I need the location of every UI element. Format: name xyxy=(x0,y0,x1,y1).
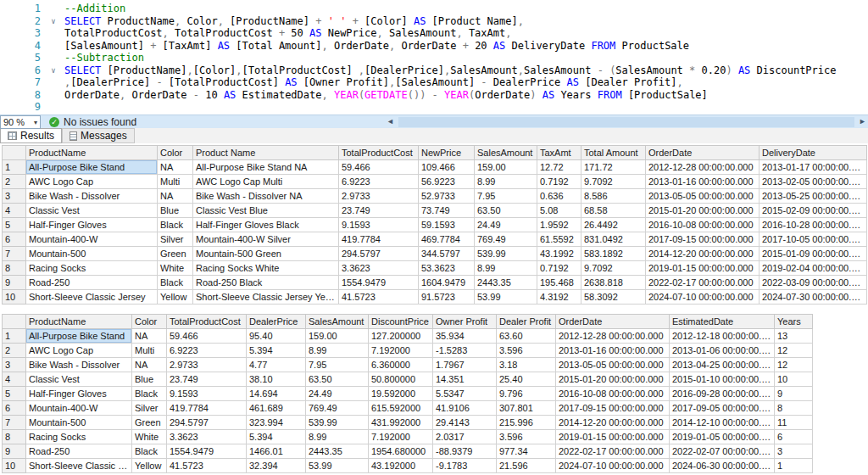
grid-cell[interactable]: 2013-01-16 00:00:00.000 xyxy=(556,344,670,358)
grid-cell[interactable]: 127.200000 xyxy=(369,329,433,344)
row-number[interactable]: 7 xyxy=(3,247,26,261)
grid-cell[interactable]: 2012-12-28 00:00:00.000 xyxy=(556,329,670,344)
grid-cell[interactable]: 7.95 xyxy=(306,358,369,372)
grid-cell[interactable]: 2013-05-05 00:00:00.000 xyxy=(646,189,760,204)
grid-cell[interactable]: 8.99 xyxy=(475,261,537,276)
column-header[interactable]: Product Name xyxy=(193,146,339,160)
grid-cell[interactable]: Racing Socks White xyxy=(193,261,339,276)
grid-cell[interactable]: 5.08 xyxy=(537,204,581,218)
grid-cell[interactable]: Yellow xyxy=(132,459,167,473)
grid-cell[interactable]: 14.351 xyxy=(433,372,497,387)
row-number[interactable]: 9 xyxy=(3,276,26,290)
grid-cell[interactable]: 3.3623 xyxy=(339,261,419,276)
grid-cell[interactable]: 2638.818 xyxy=(581,276,646,290)
fold-collapse-icon[interactable]: ∨ xyxy=(42,64,64,77)
grid-cell[interactable]: Classic Vest Blue xyxy=(193,204,339,218)
grid-cell[interactable]: 7.95 xyxy=(475,189,537,204)
grid-cell[interactable]: 3.18 xyxy=(497,358,556,372)
grid-cell[interactable]: 59.466 xyxy=(339,160,419,175)
grid-cell[interactable]: 59.466 xyxy=(167,329,247,344)
grid-cell[interactable]: 13 xyxy=(775,329,813,344)
grid-cell[interactable]: 2024-07-10 00:00:00.000 xyxy=(646,290,760,305)
grid-cell[interactable]: 1.9592 xyxy=(537,218,581,232)
grid-cell[interactable]: 9 xyxy=(775,387,813,401)
grid-cell[interactable]: 109.466 xyxy=(419,160,475,175)
row-number[interactable]: 2 xyxy=(3,175,26,189)
grid-cell[interactable]: 3.596 xyxy=(497,344,556,358)
grid-cell[interactable]: NA xyxy=(132,358,167,372)
grid-cell[interactable]: 195.468 xyxy=(537,276,581,290)
scrollbar-left-icon[interactable]: ◄ xyxy=(387,117,394,126)
grid-cell[interactable]: 12 xyxy=(775,344,813,358)
column-header[interactable]: Dealer Profit xyxy=(497,315,556,329)
grid-cell[interactable]: 2013-01-06 00:00:00.000 xyxy=(670,344,775,358)
grid-corner-cell[interactable] xyxy=(3,146,26,160)
grid-cell[interactable]: 38.10 xyxy=(247,372,306,387)
grid-cell[interactable]: 1604.9479 xyxy=(419,276,475,290)
grid-cell[interactable]: NA xyxy=(158,189,193,204)
grid-cell[interactable]: NA xyxy=(132,329,167,344)
grid-cell[interactable]: 159.00 xyxy=(306,329,369,344)
column-header[interactable]: DealerPrice xyxy=(247,315,306,329)
grid-cell[interactable]: 50.800000 xyxy=(369,372,433,387)
grid-cell[interactable]: Bike Wash - Dissolver NA xyxy=(193,189,339,204)
grid-cell[interactable]: 4.3192 xyxy=(537,290,581,305)
grid-cell[interactable]: 2022-03-09 00:00:00.000 xyxy=(760,276,867,290)
grid-cell[interactable]: All-Purpose Bike Stand xyxy=(26,329,132,344)
column-header[interactable]: EstimatedDate xyxy=(670,315,775,329)
grid-cell[interactable]: Short-Sleeve Classic Jersey xyxy=(26,459,132,473)
grid-cell[interactable]: NA xyxy=(158,160,193,175)
grid-cell[interactable]: Black xyxy=(158,218,193,232)
grid-cell[interactable]: Silver xyxy=(158,232,193,247)
grid-cell[interactable]: 2443.35 xyxy=(306,444,369,459)
grid-cell[interactable]: Blue xyxy=(132,372,167,387)
row-number[interactable]: 10 xyxy=(3,459,26,473)
grid-cell[interactable]: 2022-02-17 00:00:00.000 xyxy=(556,444,670,459)
grid-cell[interactable]: White xyxy=(132,430,167,444)
grid-cell[interactable]: Multi xyxy=(158,175,193,189)
grid-cell[interactable]: 2016-10-08 00:00:00.000 xyxy=(646,218,760,232)
grid-cell[interactable]: 12.72 xyxy=(537,160,581,175)
grid-cell[interactable]: 769.49 xyxy=(306,401,369,416)
tab-results[interactable]: Results xyxy=(0,128,62,143)
grid-cell[interactable]: 3.3623 xyxy=(167,430,247,444)
grid-cell[interactable]: 9.1593 xyxy=(167,387,247,401)
column-header[interactable]: Color xyxy=(158,146,193,160)
code-line[interactable]: 7,[DealerPrice] - [TotalProductCost] AS … xyxy=(0,76,868,89)
code-line[interactable]: 4[SalesAmount] + [TaxAmt] AS [Total Amou… xyxy=(0,40,868,53)
row-number[interactable]: 8 xyxy=(3,430,26,444)
grid-cell[interactable]: 2013-01-17 00:00:00.000 xyxy=(760,160,867,175)
grid-cell[interactable]: AWC Logo Cap xyxy=(26,344,132,358)
grid-cell[interactable]: 2013-05-05 00:00:00.000 xyxy=(556,358,670,372)
grid-cell[interactable]: 23.749 xyxy=(339,204,419,218)
grid-cell[interactable]: AWC Logo Cap Multi xyxy=(193,175,339,189)
zoom-dropdown[interactable]: 90 % ▾ xyxy=(0,115,41,129)
grid-cell[interactable]: 23.749 xyxy=(167,372,247,387)
row-number[interactable]: 3 xyxy=(3,358,26,372)
grid-cell[interactable]: Green xyxy=(132,416,167,430)
grid-cell[interactable]: 2016-10-28 00:00:00.000 xyxy=(760,218,867,232)
row-number[interactable]: 3 xyxy=(3,189,26,204)
grid-cell[interactable]: Half-Finger Gloves xyxy=(26,218,158,232)
grid-cell[interactable]: 3.596 xyxy=(497,430,556,444)
grid-cell[interactable]: 41.5723 xyxy=(339,290,419,305)
grid-cell[interactable]: 2.0317 xyxy=(433,430,497,444)
grid-cell[interactable]: Black xyxy=(158,276,193,290)
grid-cell[interactable]: 2016-09-28 00:00:00.000 xyxy=(670,387,775,401)
grid-cell[interactable]: Mountain-400-W xyxy=(26,401,132,416)
grid-cell[interactable]: 1 xyxy=(775,459,813,473)
code-line[interactable]: 6∨SELECT [ProductName],[Color],[TotalPro… xyxy=(0,64,868,77)
grid-cell[interactable]: Black xyxy=(132,387,167,401)
grid-cell[interactable]: 539.99 xyxy=(306,416,369,430)
grid-cell[interactable]: 24.49 xyxy=(306,387,369,401)
grid-cell[interactable]: 53.99 xyxy=(475,290,537,305)
row-number[interactable]: 7 xyxy=(3,416,26,430)
grid-cell[interactable]: 419.7784 xyxy=(339,232,419,247)
grid-cell[interactable]: 2024-06-30 00:00:00.000 xyxy=(670,459,775,473)
grid-cell[interactable]: 29.4143 xyxy=(433,416,497,430)
grid-cell[interactable]: Yellow xyxy=(158,290,193,305)
column-header[interactable]: SalesAmount xyxy=(475,146,537,160)
grid-cell[interactable]: 2014-12-20 00:00:00.000 xyxy=(646,247,760,261)
grid-cell[interactable]: Mountain-500 xyxy=(26,416,132,430)
grid-cell[interactable]: 2022-02-17 00:00:00.000 xyxy=(646,276,760,290)
